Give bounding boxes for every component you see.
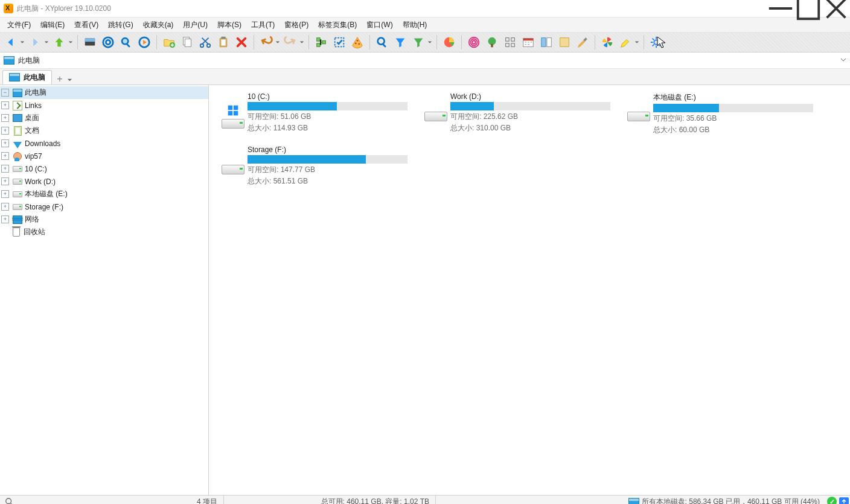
drive-icon xyxy=(624,92,653,141)
grid-view-button[interactable] xyxy=(502,34,519,51)
svg-rect-43 xyxy=(228,106,233,110)
back-history-dropdown[interactable] xyxy=(19,34,25,51)
brush-button[interactable] xyxy=(574,34,591,51)
find-button[interactable] xyxy=(118,34,135,51)
tree-downloads[interactable]: + Downloads xyxy=(0,137,208,150)
tree-user[interactable]: + vip57 xyxy=(0,150,208,162)
file-list[interactable]: 10 (C:) 可用空间: 51.06 GB 总大小: 114.93 GB Wo… xyxy=(209,85,850,495)
window-title: 此电脑 - XYplorer 19.10.0200 xyxy=(17,4,111,14)
menu-view[interactable]: 查看(V) xyxy=(69,18,103,32)
calendar-icon[interactable] xyxy=(520,34,537,51)
tree-documents[interactable]: + 文档 xyxy=(0,124,208,137)
menu-pane[interactable]: 窗格(P) xyxy=(280,18,313,32)
menu-tabsets[interactable]: 标签页集(B) xyxy=(313,18,362,32)
up-button[interactable] xyxy=(51,34,68,51)
undo-button[interactable] xyxy=(258,34,275,51)
redo-dropdown[interactable] xyxy=(299,34,305,51)
svg-rect-38 xyxy=(542,38,546,47)
tree-drive-c[interactable]: + 10 (C:) xyxy=(0,162,208,175)
single-pane-button[interactable] xyxy=(556,34,573,51)
menu-fav[interactable]: 收藏夹(a) xyxy=(138,18,179,32)
address-dropdown[interactable] xyxy=(840,56,846,65)
highlighter-dropdown[interactable] xyxy=(634,34,640,51)
drive-name: Storage (F:) xyxy=(248,145,419,154)
svg-point-47 xyxy=(6,499,11,504)
drive-tile[interactable]: Storage (F:) 可用空间: 147.77 GB 总大小: 561.51… xyxy=(217,143,420,196)
tab-this-pc[interactable]: 此电脑 xyxy=(2,70,52,85)
new-folder-button[interactable] xyxy=(161,34,177,51)
tree-icon[interactable] xyxy=(484,34,500,51)
menu-window[interactable]: 窗口(W) xyxy=(362,18,397,32)
back-button[interactable] xyxy=(2,34,19,51)
up-dropdown[interactable] xyxy=(68,34,74,51)
pizza-icon[interactable] xyxy=(349,34,366,51)
tree-drive-d[interactable]: + Work (D:) xyxy=(0,175,208,188)
color-filter-button[interactable] xyxy=(410,34,427,51)
status-ok-icon[interactable]: ✓ xyxy=(827,497,837,504)
target-button[interactable] xyxy=(100,34,117,51)
pc-icon xyxy=(9,73,20,81)
toolbar xyxy=(0,33,850,53)
spiral-icon[interactable] xyxy=(465,34,482,51)
svg-rect-7 xyxy=(126,43,130,48)
drive-tile[interactable]: 本地磁盘 (E:) 可用空间: 35.66 GB 总大小: 60.00 GB xyxy=(623,90,826,143)
redo-button[interactable] xyxy=(282,34,299,51)
search-icon[interactable] xyxy=(0,497,18,504)
svg-point-4 xyxy=(106,40,110,44)
drive-icon xyxy=(421,92,450,141)
drive-total: 总大小: 310.00 GB xyxy=(450,123,622,133)
toolbar-sep xyxy=(369,35,370,49)
filter-button[interactable] xyxy=(392,34,409,51)
toolbar-sep xyxy=(461,35,462,49)
tree-this-pc[interactable]: − 此电脑 xyxy=(0,86,208,99)
tree-drive-f[interactable]: + Storage (F:) xyxy=(0,200,208,213)
menubar: 文件(F) 编辑(E) 查看(V) 跳转(G) 收藏夹(a) 用户(U) 脚本(… xyxy=(0,18,850,33)
titlebar: 此电脑 - XYplorer 19.10.0200 xyxy=(0,0,850,18)
drive-tile[interactable]: 10 (C:) 可用空间: 51.06 GB 总大小: 114.93 GB xyxy=(217,90,420,143)
app-icon xyxy=(4,4,13,13)
drive-free: 可用空间: 225.62 GB xyxy=(450,112,622,122)
tree-recycle[interactable]: 回收站 xyxy=(0,226,208,238)
menu-edit[interactable]: 编辑(E) xyxy=(36,18,69,32)
menu-script[interactable]: 脚本(S) xyxy=(212,18,246,32)
status-update-icon[interactable] xyxy=(839,497,849,504)
menu-goto[interactable]: 跳转(G) xyxy=(103,18,138,32)
address-bar[interactable]: 此电脑 xyxy=(0,53,850,69)
mini-tree-button[interactable] xyxy=(313,34,330,51)
quick-search-button[interactable] xyxy=(374,34,391,51)
delete-button[interactable] xyxy=(233,34,250,51)
tab-list-dropdown[interactable] xyxy=(65,76,74,85)
pie-icon[interactable] xyxy=(441,34,458,51)
menu-user[interactable]: 用户(U) xyxy=(178,18,212,32)
copy-button[interactable] xyxy=(179,34,196,51)
exit-find-button[interactable] xyxy=(136,34,153,51)
svg-rect-44 xyxy=(234,106,238,110)
tree-drive-e[interactable]: + 本地磁盘 (E:) xyxy=(0,188,208,200)
forward-history-dropdown[interactable] xyxy=(43,34,50,51)
color-filter-dropdown[interactable] xyxy=(427,34,433,51)
tree-desktop[interactable]: + 桌面 xyxy=(0,112,208,124)
hotlist-button[interactable] xyxy=(81,34,98,51)
close-button[interactable] xyxy=(822,0,850,17)
menu-file[interactable]: 文件(F) xyxy=(2,18,36,32)
folder-tree[interactable]: − 此电脑 + Links + 桌面 + 文档 + Downloads + vi… xyxy=(0,85,209,495)
drive-tile[interactable]: Work (D:) 可用空间: 225.62 GB 总大小: 310.00 GB xyxy=(420,90,623,143)
tree-network[interactable]: + 网络 xyxy=(0,213,208,226)
highlighter-icon[interactable] xyxy=(617,34,634,51)
menu-help[interactable]: 帮助(H) xyxy=(398,18,432,32)
menu-tools[interactable]: 工具(T) xyxy=(246,18,280,32)
dual-pane-button[interactable] xyxy=(538,34,555,51)
new-tab-button[interactable]: + xyxy=(54,74,65,85)
forward-button[interactable] xyxy=(27,34,43,51)
svg-rect-25 xyxy=(382,43,386,48)
statusbar: 4 项目 总可用: 460.11 GB, 容量: 1.02 TB 所有本地磁盘:… xyxy=(0,495,850,504)
select-all-button[interactable] xyxy=(331,34,348,51)
cut-button[interactable] xyxy=(197,34,214,51)
tree-links[interactable]: + Links xyxy=(0,99,208,112)
paste-button[interactable] xyxy=(215,34,232,51)
pinwheel-icon[interactable] xyxy=(599,34,616,51)
svg-point-22 xyxy=(358,43,360,45)
maximize-button[interactable] xyxy=(794,0,822,17)
minimize-button[interactable] xyxy=(767,0,794,17)
undo-dropdown[interactable] xyxy=(275,34,281,51)
